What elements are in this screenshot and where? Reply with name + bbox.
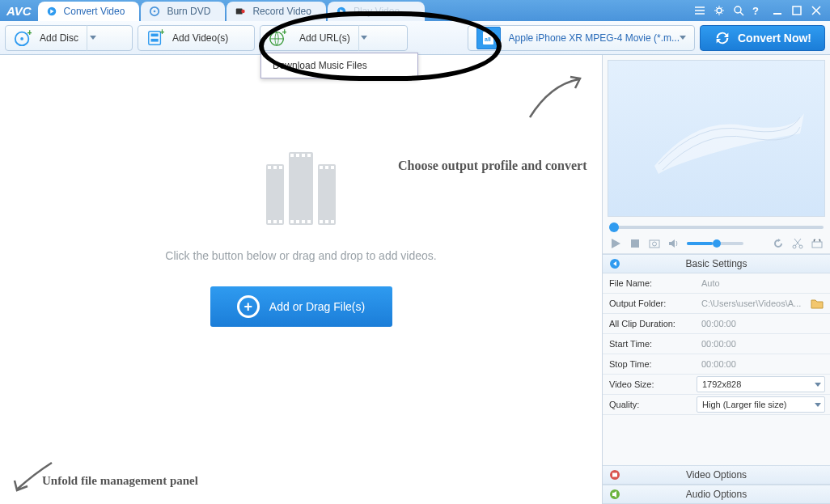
svg-text:+: +	[160, 29, 165, 36]
svg-text:+: +	[28, 29, 32, 37]
add-disc-button[interactable]: + Add Disc	[5, 25, 133, 51]
file-drop-area[interactable]: Click the button below or drag and drop …	[0, 55, 602, 504]
button-label: Add URL(s)	[299, 32, 350, 44]
video-options-header[interactable]: Video Options	[603, 465, 830, 485]
right-panel: Basic Settings File Name: Auto Output Fo…	[602, 55, 830, 504]
setting-label: Video Size:	[603, 379, 697, 389]
app-logo: AVC	[6, 4, 32, 18]
tab-convert-video[interactable]: Convert Video	[38, 2, 140, 21]
gear-icon[interactable]	[714, 5, 725, 16]
svg-text:all: all	[485, 36, 491, 42]
stop-time-value[interactable]: 00:00:00	[697, 359, 830, 369]
svg-rect-28	[612, 473, 617, 477]
add-disc-dropdown[interactable]	[87, 25, 98, 51]
svg-rect-20	[631, 239, 639, 248]
drop-hint-text: Click the button below or drag and drop …	[165, 249, 436, 262]
disc-icon: +	[14, 29, 32, 47]
output-profile-selector[interactable]: all Apple iPhone XR MPEG-4 Movie (*.m...	[468, 25, 695, 51]
tab-burn-dvd[interactable]: Burn DVD	[141, 2, 225, 21]
dvd-icon	[149, 6, 160, 17]
add-videos-button[interactable]: + Add Video(s)	[138, 25, 255, 51]
settings-toggle-icon	[609, 258, 620, 269]
plus-icon: +	[237, 295, 260, 318]
svg-rect-21	[650, 240, 659, 248]
tab-label: Convert Video	[64, 6, 125, 17]
section-title: Video Options	[686, 469, 747, 481]
audio-options-icon	[609, 489, 620, 500]
minimize-icon[interactable]	[772, 5, 783, 16]
chevron-down-icon	[815, 383, 821, 387]
section-title: Audio Options	[686, 489, 747, 500]
add-urls-button[interactable]: + Add URL(s) Download Music Files	[260, 25, 408, 51]
tab-play-video[interactable]: Play Video	[328, 2, 425, 21]
button-label: Add Disc	[40, 32, 78, 44]
setting-label: Output Folder:	[603, 299, 697, 308]
volume-icon[interactable]	[667, 237, 680, 250]
menu-icon[interactable]	[694, 5, 705, 16]
setting-label: Start Time:	[603, 339, 697, 349]
svg-rect-8	[793, 6, 801, 15]
play-tab-icon	[336, 6, 347, 17]
video-size-select[interactable]: 1792x828	[697, 376, 825, 392]
svg-rect-14	[151, 38, 159, 41]
filename-value[interactable]: Auto	[697, 278, 830, 288]
snapshot-icon[interactable]	[648, 237, 661, 250]
svg-point-4	[242, 10, 245, 13]
stop-icon[interactable]	[629, 237, 642, 250]
button-label: Add Video(s)	[172, 32, 228, 44]
effects-icon[interactable]	[811, 237, 824, 250]
maximize-icon[interactable]	[791, 5, 802, 16]
convert-icon	[46, 6, 57, 17]
globe-icon: +	[269, 29, 286, 47]
browse-folder-icon[interactable]	[811, 298, 824, 309]
preview-pane	[608, 60, 825, 217]
svg-rect-13	[151, 33, 159, 36]
add-urls-dropdown[interactable]	[358, 25, 370, 51]
video-options-icon	[609, 469, 620, 481]
help-icon[interactable]: ?	[752, 5, 764, 16]
download-music-item[interactable]: Download Music Files	[261, 53, 417, 78]
main-area: Click the button below or drag and drop …	[0, 55, 830, 504]
close-icon[interactable]	[811, 5, 822, 16]
chevron-down-icon	[815, 403, 821, 407]
record-icon	[235, 6, 246, 17]
svg-point-22	[653, 242, 657, 246]
volume-slider[interactable]	[687, 242, 743, 245]
quality-select[interactable]: High (Larger file size)	[697, 396, 825, 413]
cut-icon[interactable]	[791, 237, 804, 250]
chevron-down-icon	[90, 36, 96, 40]
profile-format-icon: all	[476, 27, 501, 49]
audio-options-header[interactable]: Audio Options	[603, 485, 830, 504]
add-urls-menu: Download Music Files	[260, 53, 418, 78]
basic-settings-header[interactable]: Basic Settings	[603, 254, 830, 273]
setting-row-output-folder: Output Folder: C:\Users\user\Videos\A...	[603, 294, 830, 314]
setting-row-stop-time: Stop Time: 00:00:00	[603, 354, 830, 375]
setting-label: File Name:	[603, 278, 697, 288]
chevron-down-icon	[361, 36, 367, 40]
convert-now-button[interactable]: Convert Now!	[700, 25, 825, 51]
add-or-drag-files-button[interactable]: + Add or Drag File(s)	[210, 286, 392, 327]
svg-point-6	[717, 8, 722, 13]
start-time-value[interactable]: 00:00:00	[697, 339, 830, 349]
film-placeholder-icon	[260, 152, 341, 225]
output-folder-value[interactable]: C:\Users\user\Videos\A...	[697, 298, 830, 309]
refresh-icon	[714, 29, 731, 47]
profile-label: Apple iPhone XR MPEG-4 Movie (*.m...	[509, 32, 680, 44]
tab-record-video[interactable]: Record Video	[227, 2, 326, 21]
svg-rect-25	[812, 242, 822, 248]
play-icon[interactable]	[609, 237, 622, 250]
svg-point-2	[154, 11, 156, 13]
tab-label: Play Video	[354, 6, 400, 17]
setting-row-duration: All Clip Duration: 00:00:00	[603, 314, 830, 334]
tab-label: Burn DVD	[167, 6, 210, 17]
seek-slider[interactable]	[603, 222, 830, 233]
setting-label: Stop Time:	[603, 359, 697, 369]
duration-value: 00:00:00	[697, 319, 830, 328]
search-icon[interactable]	[733, 5, 744, 16]
chevron-down-icon	[680, 36, 686, 40]
svg-point-7	[735, 6, 741, 13]
rotate-icon[interactable]	[772, 237, 785, 250]
preview-controls	[603, 233, 830, 254]
setting-row-video-size: Video Size: 1792x828	[603, 375, 830, 395]
button-label: Add or Drag File(s)	[269, 300, 365, 313]
